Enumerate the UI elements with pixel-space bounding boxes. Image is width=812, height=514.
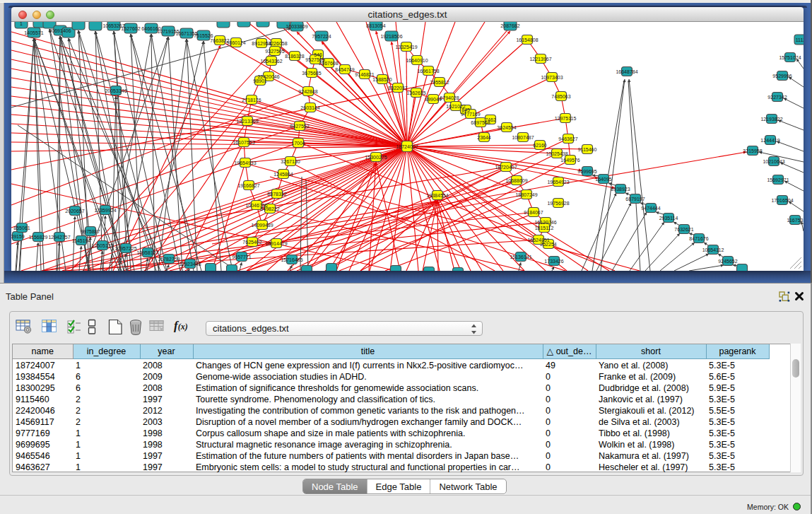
svg-text:2867608: 2867608 <box>319 61 338 66</box>
svg-text:1405571: 1405571 <box>24 30 43 35</box>
svg-text:1733426: 1733426 <box>544 259 563 264</box>
svg-text:10025438: 10025438 <box>546 151 567 156</box>
svg-text:16543362: 16543362 <box>260 59 282 64</box>
svg-text:17957225: 17957225 <box>114 246 136 251</box>
svg-text:9184067: 9184067 <box>524 210 543 215</box>
svg-text:12213369: 12213369 <box>236 119 258 124</box>
svg-text:13226058: 13226058 <box>265 41 287 46</box>
svg-text:8471676: 8471676 <box>689 236 708 241</box>
svg-text:16648784: 16648784 <box>616 69 637 74</box>
svg-text:20053346: 20053346 <box>105 88 126 93</box>
svg-text:12193822: 12193822 <box>760 117 782 122</box>
svg-text:1: 1 <box>20 22 23 26</box>
svg-text:39159: 39159 <box>11 234 25 239</box>
svg-text:2087682: 2087682 <box>500 23 519 28</box>
svg-text:7957224: 7957224 <box>312 34 331 39</box>
svg-text:10654112: 10654112 <box>702 247 724 252</box>
svg-text:9860124: 9860124 <box>226 40 245 45</box>
svg-text:9474444: 9474444 <box>641 206 660 211</box>
svg-text:62160: 62160 <box>533 143 547 148</box>
svg-text:164095: 164095 <box>595 177 611 182</box>
svg-text:1362635: 1362635 <box>406 90 425 95</box>
svg-text:20691406: 20691406 <box>49 28 71 33</box>
svg-text:12975115: 12975115 <box>555 116 577 121</box>
svg-text:3215958: 3215958 <box>743 148 762 153</box>
svg-text:1649576: 1649576 <box>560 158 579 163</box>
svg-text:16961758: 16961758 <box>417 69 439 74</box>
svg-text:7485063: 7485063 <box>551 94 570 99</box>
svg-text:9975887: 9975887 <box>81 229 100 234</box>
svg-text:6794028: 6794028 <box>440 95 459 100</box>
svg-text:2603144: 2603144 <box>300 105 319 110</box>
svg-text:546: 546 <box>314 52 322 57</box>
svg-text:1156829: 1156829 <box>29 235 48 240</box>
svg-text:8427552: 8427552 <box>290 124 309 129</box>
svg-text:17359924: 17359924 <box>94 208 116 213</box>
svg-text:19654923: 19654923 <box>547 180 569 185</box>
svg-text:98901: 98901 <box>253 78 267 83</box>
svg-text:10973403: 10973403 <box>541 75 563 80</box>
svg-text:7625402: 7625402 <box>242 240 261 245</box>
svg-text:9777169: 9777169 <box>461 112 480 117</box>
svg-text:12923448: 12923448 <box>179 262 201 267</box>
svg-text:12942757: 12942757 <box>48 235 70 240</box>
svg-text:8813054: 8813054 <box>366 23 385 28</box>
svg-text:1145194: 1145194 <box>72 238 91 243</box>
svg-text:10688609: 10688609 <box>505 178 527 183</box>
svg-text:19166827: 19166827 <box>237 183 259 188</box>
svg-text:1245804: 1245804 <box>273 172 293 177</box>
svg-text:12213967: 12213967 <box>529 57 551 62</box>
svg-text:2020657: 2020657 <box>65 209 84 214</box>
svg-text:12505135: 12505135 <box>91 243 113 248</box>
svg-text:19756928: 19756928 <box>547 201 569 206</box>
svg-text:8454749: 8454749 <box>335 67 354 72</box>
svg-text:9146821: 9146821 <box>355 72 374 77</box>
svg-text:14099489: 14099489 <box>251 223 273 228</box>
svg-text:2935114: 2935114 <box>659 216 678 221</box>
svg-text:15300275: 15300275 <box>365 155 387 160</box>
svg-text:9227342: 9227342 <box>767 95 787 100</box>
svg-text:16033809: 16033809 <box>286 24 307 29</box>
svg-text:8186328: 8186328 <box>285 54 304 59</box>
svg-text:15136141: 15136141 <box>510 255 531 259</box>
svg-text:15692971: 15692971 <box>767 177 789 182</box>
svg-text:1527602: 1527602 <box>121 26 140 31</box>
svg-text:18724007: 18724007 <box>396 144 418 149</box>
svg-text:8322037: 8322037 <box>388 86 407 90</box>
svg-text:18720407: 18720407 <box>495 165 517 170</box>
svg-text:1112: 1112 <box>796 37 804 42</box>
svg-text:9327505: 9327505 <box>265 49 284 54</box>
svg-text:6879197: 6879197 <box>625 197 645 201</box>
svg-text:15751074: 15751074 <box>779 55 801 60</box>
svg-text:18807249: 18807249 <box>515 192 537 197</box>
svg-text:10958107: 10958107 <box>136 250 158 255</box>
svg-text:899044: 899044 <box>425 97 441 102</box>
svg-text:116753: 116753 <box>787 218 804 223</box>
svg-text:855061: 855061 <box>13 226 30 230</box>
svg-text:19218506: 19218506 <box>380 34 402 39</box>
svg-text:15716485: 15716485 <box>281 257 302 262</box>
svg-text:19384554: 19384554 <box>426 193 448 198</box>
svg-text:16782759: 16782759 <box>158 257 180 262</box>
svg-text:2718176: 2718176 <box>242 98 261 103</box>
svg-text:16640910: 16640910 <box>406 58 428 63</box>
svg-text:10210643: 10210643 <box>763 159 784 164</box>
svg-text:8938923: 8938923 <box>611 187 630 192</box>
svg-text:9115460: 9115460 <box>578 147 597 152</box>
svg-text:9529996: 9529996 <box>772 74 792 78</box>
svg-text:16120746: 16120746 <box>534 220 556 225</box>
svg-text:23644: 23644 <box>477 135 491 140</box>
svg-text:3267130: 3267130 <box>281 159 300 164</box>
svg-text:9657771: 9657771 <box>232 255 251 259</box>
svg-text:17004: 17004 <box>291 141 305 146</box>
svg-text:1815112: 1815112 <box>535 226 554 230</box>
svg-text:16154808: 16154808 <box>516 37 538 42</box>
svg-text:16914479: 16914479 <box>265 241 287 246</box>
svg-text:13325419: 13325419 <box>395 45 417 49</box>
svg-text:3624554: 3624554 <box>497 125 516 130</box>
svg-text:5498222: 5498222 <box>260 206 279 211</box>
svg-text:3675685: 3675685 <box>302 71 321 76</box>
svg-text:7955812: 7955812 <box>430 80 449 85</box>
svg-text:19654933: 19654933 <box>234 160 256 165</box>
svg-text:9463627: 9463627 <box>558 136 577 141</box>
